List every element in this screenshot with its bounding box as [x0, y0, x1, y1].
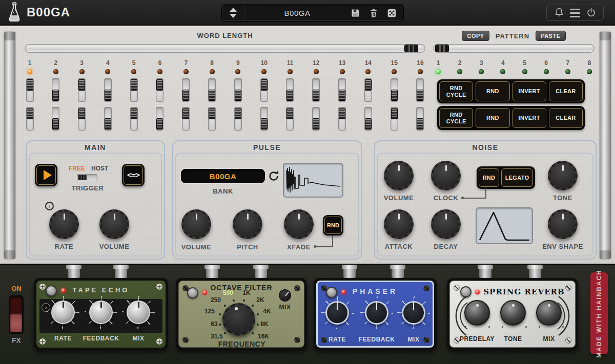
- save-icon[interactable]: [350, 8, 361, 18]
- clear-button[interactable]: CLEAR: [549, 108, 583, 128]
- pulse-slider-r1-s3[interactable]: [78, 78, 86, 102]
- phaser-feedback-knob[interactable]: [363, 299, 391, 327]
- clock-knob[interactable]: [431, 161, 461, 190]
- copy-button[interactable]: COPY: [462, 31, 489, 41]
- freq-option-63[interactable]: 63: [211, 320, 217, 328]
- menu-icon[interactable]: [570, 9, 580, 17]
- pulse-slider-r2-s6[interactable]: [156, 107, 163, 131]
- pulse-slider-r2-s10[interactable]: [260, 107, 268, 131]
- octave-mix-knob[interactable]: [279, 289, 291, 302]
- reload-icon[interactable]: [268, 170, 280, 182]
- invert-button[interactable]: INVERT: [512, 108, 546, 128]
- phaser-mix-knob[interactable]: [400, 299, 427, 327]
- pulse-slider-r1-s10[interactable]: [260, 78, 268, 102]
- rate-knob[interactable]: [49, 209, 79, 239]
- attack-knob[interactable]: [384, 209, 414, 239]
- decay-knob[interactable]: [431, 209, 461, 239]
- trigger-host-label[interactable]: HOST: [91, 165, 108, 172]
- rnd-cycle-button[interactable]: RND CYCLE: [439, 81, 473, 101]
- tape-feedback-knob[interactable]: [87, 298, 115, 327]
- legato-button[interactable]: LEGATO: [501, 168, 533, 187]
- pulse-slider-r2-s1[interactable]: [26, 107, 34, 131]
- pulse-slider-r2-s9[interactable]: [234, 107, 242, 131]
- paste-button[interactable]: PASTE: [536, 31, 565, 41]
- pulse-slider-r1-s2[interactable]: [52, 78, 59, 102]
- pulse-slider-r2-s7[interactable]: [182, 107, 190, 131]
- predelay-knob[interactable]: [464, 300, 490, 326]
- preset-down-icon[interactable]: [230, 14, 237, 18]
- play-button[interactable]: [35, 164, 57, 186]
- preset-selector[interactable]: B00GA: [221, 4, 404, 22]
- midi-sync-button[interactable]: <=>: [122, 164, 145, 186]
- xfade-rnd-button[interactable]: RND: [323, 215, 343, 235]
- pulse-slider-r2-s2[interactable]: [52, 107, 59, 131]
- preset-name[interactable]: B00GA: [244, 9, 350, 17]
- freq-option-2K[interactable]: 2K: [256, 296, 264, 304]
- env-shape-knob[interactable]: [548, 209, 578, 239]
- trigger-switch[interactable]: [77, 174, 97, 181]
- pulse-slider-r1-s13[interactable]: [338, 78, 346, 102]
- tone-knob[interactable]: [548, 161, 578, 190]
- pulse-slider-r2-s13[interactable]: [338, 107, 346, 131]
- trigger-free-label[interactable]: FREE: [69, 165, 85, 172]
- noise-length-slider[interactable]: [433, 44, 594, 53]
- freq-option-16K[interactable]: 16K: [258, 333, 269, 340]
- rnd-cycle-button[interactable]: RND CYCLE: [439, 108, 473, 128]
- pulse-slider-r1-s12[interactable]: [312, 78, 320, 102]
- invert-button[interactable]: INVERT: [512, 81, 546, 101]
- pulse-slider-r1-s7[interactable]: [182, 78, 190, 102]
- noise-volume-knob[interactable]: [384, 161, 414, 190]
- freq-option-31.5[interactable]: 31.5: [211, 333, 222, 340]
- freq-option-250[interactable]: 250: [211, 296, 221, 304]
- preset-up-icon[interactable]: [230, 8, 237, 12]
- pulse-slider-r1-s14[interactable]: [364, 78, 372, 102]
- clock-rnd-button[interactable]: RND: [479, 168, 499, 187]
- bell-icon[interactable]: [554, 7, 564, 18]
- pulse-slider-r1-s15[interactable]: [391, 78, 398, 102]
- rnd-button[interactable]: RND: [476, 81, 509, 101]
- clear-button[interactable]: CLEAR: [549, 81, 583, 101]
- phaser-rate-knob[interactable]: [323, 299, 351, 327]
- pitch-knob[interactable]: [233, 209, 262, 239]
- freq-option-1K[interactable]: 1K: [242, 289, 250, 296]
- pulse-volume-knob[interactable]: [181, 209, 211, 239]
- pulse-slider-r2-s5[interactable]: [130, 107, 138, 131]
- trigger-switch-handle[interactable]: [78, 175, 87, 180]
- rnd-button[interactable]: RND: [476, 108, 509, 128]
- pulse-slider-r2-s4[interactable]: [104, 107, 112, 131]
- freq-option-4K[interactable]: 4K: [263, 308, 271, 315]
- bank-display[interactable]: B00GA: [181, 169, 265, 183]
- pulse-slider-r1-s6[interactable]: [156, 78, 163, 102]
- preset-stepper[interactable]: [222, 5, 244, 21]
- word-length-slider[interactable]: [25, 44, 425, 53]
- freq-option-500[interactable]: 500: [223, 289, 233, 296]
- freq-option-8K[interactable]: 8K: [260, 320, 268, 328]
- pulse-slider-r1-s11[interactable]: [286, 78, 294, 102]
- pulse-slider-r1-s4[interactable]: [104, 78, 112, 102]
- pulse-slider-r1-s9[interactable]: [234, 78, 242, 102]
- pulse-slider-r1-s8[interactable]: [208, 78, 216, 102]
- spring-tone-knob[interactable]: [500, 300, 526, 326]
- pulse-slider-r2-s3[interactable]: [78, 107, 86, 131]
- main-volume-knob[interactable]: [99, 209, 129, 239]
- dice-icon[interactable]: [386, 8, 397, 18]
- freq-option-125[interactable]: 125: [204, 308, 215, 315]
- xfade-knob[interactable]: [284, 209, 314, 239]
- pulse-slider-r2-s16[interactable]: [416, 107, 424, 131]
- trash-icon[interactable]: [368, 8, 379, 18]
- pulse-slider-r2-s14[interactable]: [364, 107, 372, 131]
- noise-length-slider-handle[interactable]: [435, 45, 449, 52]
- spring-mix-knob[interactable]: [536, 300, 562, 326]
- tape-mix-knob[interactable]: [124, 298, 153, 327]
- pulse-slider-r2-s11[interactable]: [286, 107, 294, 131]
- word-length-slider-handle[interactable]: [404, 45, 418, 52]
- pulse-slider-r2-s8[interactable]: [208, 107, 216, 131]
- pulse-slider-r1-s5[interactable]: [130, 78, 138, 102]
- fx-on-switch[interactable]: [9, 295, 24, 334]
- pulse-slider-r2-s12[interactable]: [312, 107, 320, 131]
- tape-rate-knob[interactable]: [49, 298, 77, 327]
- pulse-slider-r1-s16[interactable]: [416, 78, 424, 102]
- power-icon[interactable]: [586, 7, 597, 18]
- pulse-slider-r2-s15[interactable]: [391, 107, 398, 131]
- frequency-knob[interactable]: [222, 303, 255, 336]
